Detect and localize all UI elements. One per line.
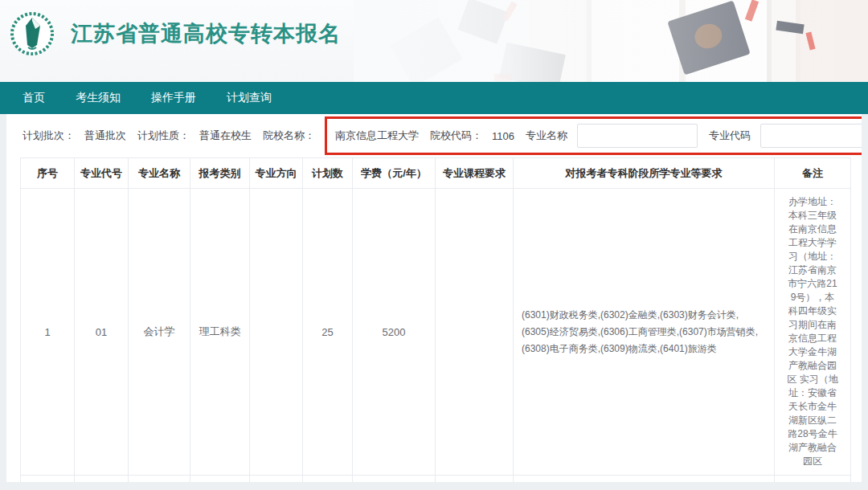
- col-header-major-name: 专业名称: [129, 158, 190, 189]
- annotation-highlight-box: 南京信息工程大学 院校代码： 1106 专业名称 专业代码: [325, 116, 862, 155]
- page-header: 江苏省普通高校专转本报名: [0, 0, 868, 82]
- cell-tuition: [353, 476, 436, 483]
- school-name-label: 院校名称：: [263, 129, 315, 143]
- col-header-tuition: 学费（元/年）: [353, 158, 436, 189]
- col-header-remark: 备注: [775, 158, 851, 189]
- plan-nature-label: 计划性质：: [137, 129, 190, 143]
- cell-tuition: 5200: [353, 189, 436, 476]
- cell-course-req: [436, 189, 514, 476]
- photo-fade-overlay: [354, 0, 868, 82]
- filter-bar: 计划批次： 普通批次 计划性质： 普通在校生 院校名称： 南京信息工程大学 院校…: [6, 114, 862, 157]
- site-brand: 江苏省普通高校专转本报名: [8, 10, 341, 58]
- plan-table: 序号 专业代号 专业名称 报考类别 专业方向 计划数 学费（元/年） 专业课程要…: [20, 157, 851, 482]
- site-logo-emblem-icon: [8, 10, 56, 58]
- table-row: 办学地址：本科三年级: [21, 476, 851, 483]
- table-header-row: 序号 专业代号 专业名称 报考类别 专业方向 计划数 学费（元/年） 专业课程要…: [21, 158, 851, 189]
- cell-seq: [21, 476, 75, 483]
- cell-plan-count: [303, 476, 353, 483]
- cell-remark: 办学地址：本科三年级在南京信息工程大学学习（地址：江苏省南京市宁六路219号），…: [775, 189, 851, 476]
- major-name-input[interactable]: [577, 124, 698, 148]
- major-code-input[interactable]: [760, 124, 862, 148]
- school-code-label: 院校代码：: [430, 129, 482, 143]
- cell-exam-category: 理工科类: [190, 189, 250, 476]
- main-nav: 首页 考生须知 操作手册 计划查询: [0, 82, 868, 114]
- content-card: 计划批次： 普通批次 计划性质： 普通在校生 院校名称： 南京信息工程大学 院校…: [6, 114, 862, 482]
- cell-exam-category: [190, 476, 250, 483]
- plan-batch-label: 计划批次：: [23, 129, 75, 143]
- plan-batch-value: 普通批次: [84, 129, 126, 143]
- major-code-label: 专业代码: [709, 129, 751, 143]
- graduation-photo: [354, 0, 868, 82]
- school-name-value: 南京信息工程大学: [335, 129, 419, 143]
- cell-course-req: [436, 476, 514, 483]
- cell-college-major-req: (6301)财政税务类,(6302)金融类,(6303)财务会计类,(6305)…: [514, 189, 775, 476]
- cell-direction: [250, 476, 303, 483]
- cell-plan-count: 25: [303, 189, 353, 476]
- nav-item-home[interactable]: 首页: [11, 82, 56, 114]
- page-title: 江苏省普通高校专转本报名: [71, 19, 341, 48]
- cell-college-major-req: [514, 476, 775, 483]
- cell-remark: 办学地址：本科三年级: [775, 476, 851, 483]
- cell-major-code: [75, 476, 129, 483]
- nav-item-plan-query[interactable]: 计划查询: [215, 82, 283, 114]
- major-name-label: 专业名称: [526, 129, 567, 143]
- nav-item-candidate-notice[interactable]: 考生须知: [64, 82, 132, 114]
- col-header-course-req: 专业课程要求: [436, 158, 514, 189]
- cell-major-name: 会计学: [129, 189, 190, 476]
- table-row: 1 01 会计学 理工科类 25 5200 (6301)财政税务类,(6302)…: [21, 189, 851, 476]
- cell-direction: [250, 189, 303, 476]
- col-header-major-code: 专业代号: [75, 158, 129, 189]
- school-code-value: 1106: [492, 130, 514, 142]
- cell-major-name: [129, 476, 190, 483]
- cell-major-code: 01: [75, 189, 129, 476]
- col-header-direction: 专业方向: [250, 158, 303, 189]
- col-header-college-major-req: 对报考者专科阶段所学专业等要求: [514, 158, 775, 189]
- col-header-plan-count: 计划数: [303, 158, 353, 189]
- col-header-seq: 序号: [21, 158, 75, 189]
- nav-item-manual[interactable]: 操作手册: [140, 82, 207, 114]
- cell-seq: 1: [21, 189, 75, 476]
- plan-nature-value: 普通在校生: [199, 129, 252, 143]
- col-header-exam-category: 报考类别: [190, 158, 250, 189]
